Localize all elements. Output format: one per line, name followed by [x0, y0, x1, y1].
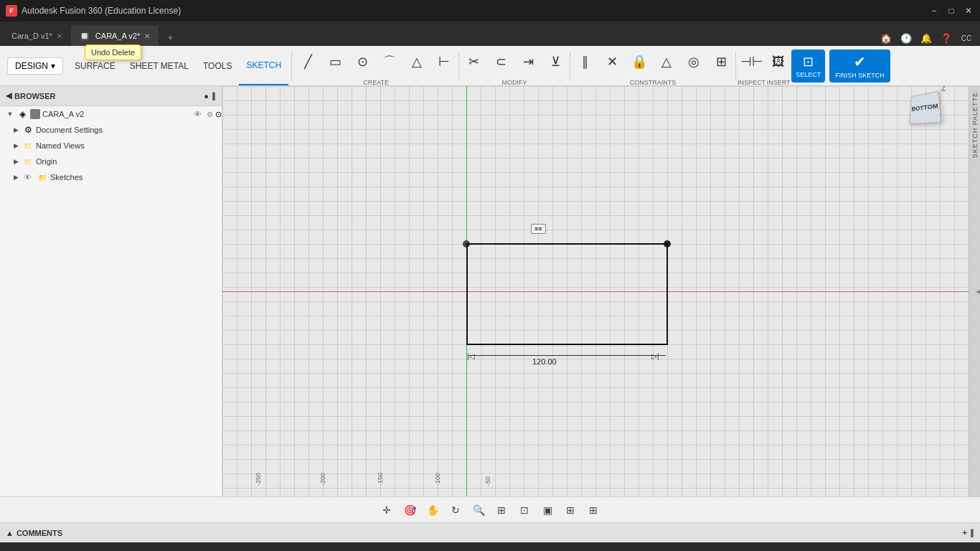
titlebar-controls: − □ ✕: [928, 5, 974, 17]
home-icon[interactable]: 🏠: [878, 30, 894, 46]
insert-label: INSERT: [767, 79, 791, 86]
project-tool[interactable]: ⇥: [515, 45, 541, 78]
sketches-visibility-icon[interactable]: 👁: [24, 173, 32, 182]
close-button[interactable]: ✕: [963, 5, 974, 17]
titlebar-left: F Autodesk Fusion 360 (Education License…: [6, 5, 181, 17]
app-icon: F: [6, 5, 17, 17]
tab-label: CARA_A v2*: [95, 32, 140, 40]
minimize-button[interactable]: −: [928, 5, 940, 17]
browser-expand-icon[interactable]: ‖: [212, 91, 216, 100]
insert-tool[interactable]: 🖼: [765, 45, 791, 78]
bell-icon[interactable]: 🔔: [918, 30, 934, 46]
canvas-area[interactable]: -250 -200 -150 -100 -50 ≡≡ |◁ ▷| 120.00: [222, 86, 969, 496]
arc-tool[interactable]: ⌒: [377, 45, 402, 78]
view-options[interactable]: ⊞: [583, 500, 603, 520]
tree-item-origin[interactable]: ▶ 📁 Origin: [0, 154, 222, 169]
sidebar: ◀ BROWSER ● ‖ ▼ ◈ CARA_A v2 👁 ⚙ ⊙ ▶: [0, 86, 222, 496]
display-tool[interactable]: ▣: [537, 500, 557, 520]
menu-tools[interactable]: TOOLS: [196, 46, 239, 85]
tree-label-doc-settings: Document Settings: [36, 126, 222, 134]
tangent-constraint[interactable]: △: [654, 45, 679, 78]
dimension-tool[interactable]: ⊢: [431, 45, 457, 78]
tree-item-doc-settings[interactable]: ▶ ⚙ Document Settings: [0, 122, 222, 138]
browser-pin-icon[interactable]: ●: [204, 92, 209, 100]
constraints-label: CONSTRAINTS: [630, 79, 677, 86]
scissors-tool[interactable]: ✂: [461, 45, 486, 78]
select-button[interactable]: ⊡ SELECT: [791, 50, 825, 83]
zoom-tool[interactable]: 🔍: [468, 500, 489, 520]
comments-add-icon[interactable]: +: [963, 528, 967, 537]
modify-group: ✂ ⊂ ⇥ ⊻ MODIFY: [461, 46, 568, 85]
grid-tool[interactable]: ⊞: [560, 500, 580, 520]
account-icon[interactable]: CC: [958, 30, 974, 46]
viewcube[interactable]: BOTTOM Z: [908, 92, 951, 135]
offset-tool[interactable]: ⊂: [488, 45, 514, 78]
toolbar: DESIGN ▾ SURFACE SHEET METAL TOOLS SKETC…: [0, 46, 980, 86]
inspect-label: INSPECT: [738, 79, 765, 86]
finish-sketch-label: FINISH SKETCH: [835, 72, 885, 79]
mirror-constraint[interactable]: ⊞: [708, 45, 734, 78]
viewcube-face: BOTTOM: [909, 91, 941, 124]
separator: [570, 52, 570, 80]
browser-collapse-icon[interactable]: ◀: [6, 91, 11, 100]
browser-header: ◀ BROWSER ● ‖: [0, 86, 222, 106]
perp-constraint[interactable]: ✕: [599, 45, 625, 78]
finish-sketch-button[interactable]: ✔ FINISH SKETCH: [829, 50, 890, 83]
tree-item-sketches[interactable]: ▶ 👁 📁 Sketches: [0, 169, 222, 185]
tab-close-icon[interactable]: ✕: [144, 32, 150, 40]
tree-arrow-origin: ▶: [11, 157, 20, 166]
tree-settings-icon[interactable]: ⚙: [207, 110, 213, 118]
timeline: |◀ ◀ ▶ ▶ ▶| ⚙: [0, 542, 980, 551]
dimension-line: [468, 355, 666, 356]
new-tab-button[interactable]: +: [161, 29, 179, 46]
dim-arrow-right: ▷|: [651, 352, 659, 360]
sketch-right-edge: [666, 244, 668, 345]
mirror-tool[interactable]: ⊻: [542, 45, 568, 78]
polygon-tool[interactable]: △: [404, 45, 430, 78]
concentric-constraint[interactable]: ◎: [681, 45, 707, 78]
line-tool[interactable]: ╱: [295, 45, 321, 78]
browser-title: BROWSER: [14, 92, 55, 100]
folder-icon: 📁: [22, 140, 34, 151]
visibility-icon[interactable]: 👁: [194, 110, 202, 118]
viewcube-container: BOTTOM Z: [908, 92, 946, 129]
tab-cara-a[interactable]: 🔲 CARA_A v2* ✕: [71, 26, 159, 46]
constraints-group: ∥ ✕ 🔒 △ ◎ ⊞ CONSTRAINTS: [572, 46, 734, 85]
inspect-tool[interactable]: ⊣⊢: [739, 45, 765, 78]
tab-close-icon[interactable]: ✕: [57, 32, 62, 40]
fit-tool[interactable]: ⊡: [514, 500, 534, 520]
separator: [735, 52, 736, 80]
look-at-tool[interactable]: 🎯: [400, 500, 420, 520]
palette-collapse-icon[interactable]: ◀: [976, 288, 980, 295]
orbit-tool[interactable]: ↻: [446, 500, 466, 520]
sketch-top-edge: [466, 243, 668, 245]
tree-more-icon[interactable]: ⊙: [215, 110, 222, 119]
menu-sketch[interactable]: SKETCH: [239, 46, 288, 85]
maximize-button[interactable]: □: [946, 5, 957, 17]
zoom-window-tool[interactable]: ⊞: [491, 500, 512, 520]
parallel-constraint[interactable]: ∥: [572, 45, 598, 78]
tree-item-named-views[interactable]: ▶ 📁 Named Views: [0, 138, 222, 154]
sketch-palette-label[interactable]: SKETCH PALETTE: [970, 86, 980, 164]
help-icon[interactable]: ❓: [938, 30, 954, 46]
tree-arrow-views: ▶: [11, 141, 20, 150]
create-label: CREATE: [363, 79, 389, 86]
design-button[interactable]: DESIGN ▾: [7, 57, 63, 75]
rect-tool[interactable]: ▭: [322, 45, 348, 78]
lock-constraint[interactable]: 🔒: [626, 45, 652, 78]
navigate-tool[interactable]: ✛: [377, 500, 397, 520]
tree-arrow-root: ▼: [6, 110, 14, 118]
clock-icon[interactable]: 🕐: [898, 30, 914, 46]
design-label: DESIGN: [15, 61, 48, 71]
tree-label-sketches: Sketches: [50, 173, 222, 182]
tab-cara-d[interactable]: Cara_D v1* ✕: [3, 26, 71, 46]
tab-label: Cara_D v1*: [11, 32, 52, 40]
comments-collapse-icon[interactable]: ▲: [6, 529, 14, 537]
circle-tool[interactable]: ⊙: [349, 45, 375, 78]
pan-tool[interactable]: ✋: [423, 500, 443, 520]
comments-pin-icon[interactable]: ‖: [970, 528, 974, 537]
tree-item-root[interactable]: ▼ ◈ CARA_A v2 👁 ⚙ ⊙: [0, 106, 222, 122]
separator: [458, 52, 459, 80]
tree-color-icon: [30, 109, 40, 119]
main-area: ◀ BROWSER ● ‖ ▼ ◈ CARA_A v2 👁 ⚙ ⊙ ▶: [0, 86, 980, 496]
